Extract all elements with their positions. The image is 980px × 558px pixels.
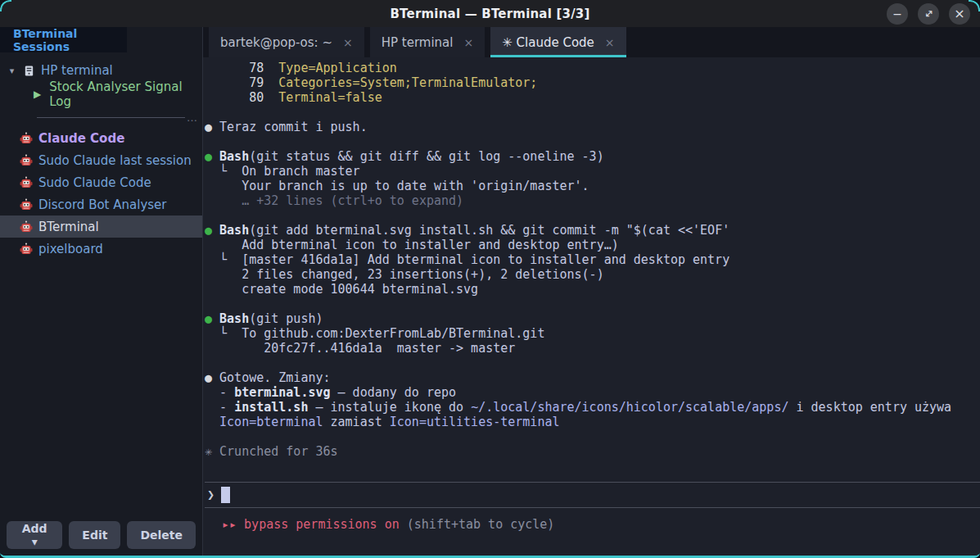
terminal-line: ● Bash(git status && git diff && git log… (205, 149, 980, 164)
sidebar-item-label: BTerminal (38, 220, 99, 234)
session-divider: … (37, 117, 197, 118)
chevron-down-icon[interactable]: ▾ (7, 66, 17, 76)
terminal-line (205, 134, 980, 149)
window-controls: − ↔ × (887, 3, 980, 25)
computer-icon (23, 65, 35, 77)
terminal-line: ● Gotowe. Zmiany: (205, 370, 980, 385)
terminal-line: └ [master 416da1a] Add bterminal icon to… (205, 252, 980, 267)
sidebar-buttons: Add ▾EditDelete (0, 515, 202, 556)
permissions-status-line: ▸▸ bypass permissions on (shift+tab to c… (205, 508, 980, 532)
robot-icon (20, 220, 33, 234)
terminal-line: - bterminal.svg — dodany do repo (205, 385, 980, 400)
sidebar-item-label: Claude Code (38, 131, 124, 146)
close-icon: × (954, 7, 964, 20)
text-cursor (221, 487, 230, 503)
sidebar-item-hp-terminal[interactable]: ▾ HP terminal (0, 59, 202, 82)
terminal-line: 20fc27f..416da1a master -> master (205, 341, 980, 356)
tab-label: HP terminal (382, 35, 454, 50)
sidebar-item-sudo-claude-code[interactable]: Sudo Claude Code (0, 171, 202, 193)
robot-icon (20, 132, 33, 145)
close-icon[interactable]: × (605, 36, 615, 49)
terminal-line (205, 356, 980, 370)
terminal-line: ● Teraz commit i push. (205, 120, 980, 134)
terminal-line: - install.sh — instaluje ikonę do ~/.loc… (205, 400, 980, 415)
terminal-output: 78 Type=Application 79 Categories=System… (205, 61, 980, 459)
sidebar-item-sudo-claude-last-session[interactable]: Sudo Claude last session (0, 149, 202, 171)
sidebar-item-label: Stock Analyser Signal Log (49, 79, 202, 109)
tab-label: bartek@pop-os: ~ (220, 35, 332, 50)
session-tree: ▾ HP terminal ▶ Stock Analyser Signal Lo… (0, 59, 202, 260)
terminal-line: 80 Terminal=false (205, 90, 980, 105)
tab-bartek-pop-os[interactable]: bartek@pop-os: ~× (209, 27, 364, 57)
add-button[interactable]: Add ▾ (7, 521, 62, 549)
window-title: BTerminal — BTerminal [3/3] (0, 7, 980, 21)
sidebar-item-label: Sudo Claude Code (38, 175, 151, 190)
robot-icon (20, 154, 33, 167)
tab-label: ✳ Claude Code (502, 35, 594, 50)
terminal-line (205, 429, 980, 444)
maximize-button[interactable]: ↔ (918, 3, 939, 25)
divider-line (37, 117, 185, 118)
close-icon[interactable]: × (343, 36, 353, 49)
robot-icon (20, 243, 33, 256)
terminal-line: … +32 lines (ctrl+o to expand) (205, 193, 980, 208)
sidebar-item-label: HP terminal (41, 63, 113, 78)
terminal-line (205, 208, 980, 223)
terminal-input[interactable]: ❯ (205, 482, 980, 508)
tab-claude-code[interactable]: ✳ Claude Code× (490, 27, 625, 57)
terminal-panel: bartek@pop-os: ~×HP terminal×✳ Claude Co… (203, 27, 980, 556)
titlebar[interactable]: BTerminal — BTerminal [3/3] − ↔ × (0, 0, 980, 27)
minimize-button[interactable]: − (887, 3, 908, 25)
terminal-line: 2 files changed, 23 insertions(+), 2 del… (205, 267, 980, 282)
sidebar-item-stock-analyser-signal-log[interactable]: ▶ Stock Analyser Signal Log (0, 82, 202, 107)
terminal: 78 Type=Application 79 Categories=System… (203, 57, 980, 556)
edit-button[interactable]: Edit (69, 521, 120, 549)
sidebar-item-bterminal[interactable]: BTerminal (0, 215, 202, 238)
sidebar-item-label: Discord Bot Analyser (38, 197, 166, 212)
tab-bar: bartek@pop-os: ~×HP terminal×✳ Claude Co… (203, 27, 980, 57)
tab-hp-terminal[interactable]: HP terminal× (370, 27, 485, 57)
terminal-line: 78 Type=Application (205, 61, 980, 75)
minimize-icon: − (892, 8, 902, 20)
delete-button[interactable]: Delete (127, 521, 196, 549)
terminal-line: create mode 100644 bterminal.svg (205, 282, 980, 297)
app-window: BTerminal — BTerminal [3/3] − ↔ × BTermi… (0, 0, 980, 558)
sidebar-item-label: Sudo Claude last session (38, 153, 192, 168)
sidebar-item-claude-code[interactable]: Claude Code (0, 127, 202, 149)
sidebar-item-pixelboard[interactable]: pixelboard (0, 238, 202, 260)
main-area: BTerminal Sessions ▾ HP terminal (0, 27, 980, 556)
prompt-chevron-icon: ❯ (207, 488, 215, 502)
terminal-line: Your branch is up to date with 'origin/m… (205, 179, 980, 193)
sidebar-header: BTerminal Sessions (0, 27, 127, 52)
robot-icon (20, 176, 33, 189)
session-list: Claude Code Sudo Claude last session Sud… (0, 127, 202, 260)
sidebar-item-discord-bot-analyser[interactable]: Discord Bot Analyser (0, 193, 202, 215)
terminal-line: 79 Categories=System;TerminalEmulator; (205, 75, 980, 90)
terminal-line: └ To github.com:DexterFromLab/BTerminal.… (205, 326, 980, 341)
play-icon: ▶ (34, 88, 41, 100)
terminal-line (205, 105, 980, 120)
terminal-line: Icon=bterminal zamiast Icon=utilities-te… (205, 415, 980, 429)
terminal-line: ✳ Crunched for 36s (205, 444, 980, 459)
sessions-sidebar: BTerminal Sessions ▾ HP terminal (0, 27, 203, 556)
close-button[interactable]: × (949, 3, 970, 25)
close-icon[interactable]: × (463, 36, 473, 49)
sidebar-item-label: pixelboard (38, 242, 103, 256)
terminal-line: └ On branch master (205, 164, 980, 179)
terminal-line (205, 297, 980, 311)
maximize-icon: ↔ (922, 7, 936, 20)
robot-icon (20, 198, 33, 211)
terminal-line: ● Bash(git push) (205, 311, 980, 326)
terminal-line: Add bterminal icon to installer and desk… (205, 238, 980, 252)
terminal-line: ● Bash(git add bterminal.svg install.sh … (205, 223, 980, 238)
